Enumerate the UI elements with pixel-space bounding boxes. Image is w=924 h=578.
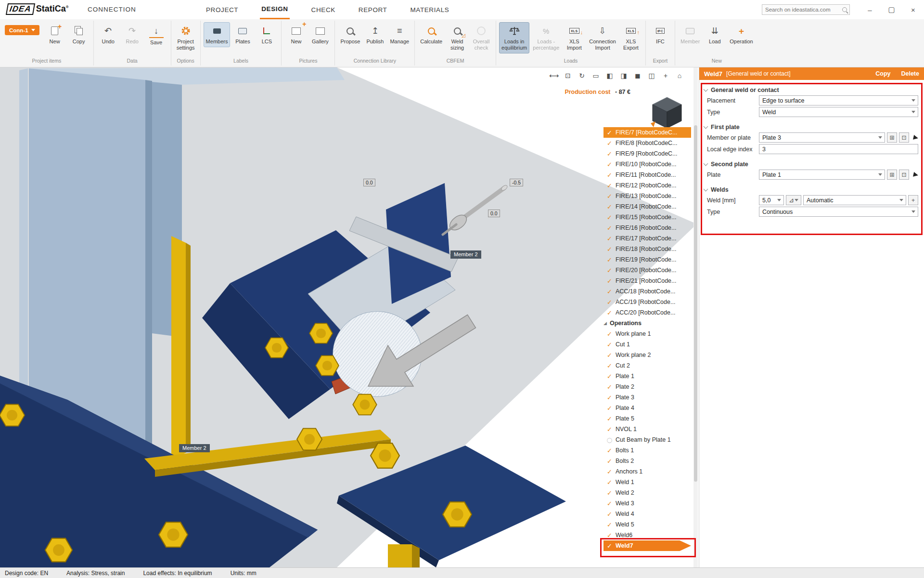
manage-button[interactable]: Manage [387, 22, 411, 47]
load-case-item[interactable]: FIRE/12 [RobotCode... [603, 180, 691, 191]
load-case-item[interactable]: FIRE/11 [RobotCode... [603, 170, 691, 180]
search-input[interactable] [762, 7, 842, 13]
load-case-item[interactable]: FIRE/9 [RobotCodeC... [603, 148, 691, 159]
operation-item[interactable]: Cut Beam by Plate 1 [603, 434, 691, 445]
weld-sizing-button[interactable]: Weld sizing [446, 22, 469, 53]
section-second-plate[interactable]: Second plate [704, 161, 919, 168]
xls-export-button[interactable]: XLS XLS Export [619, 22, 642, 53]
operation-item[interactable]: Work plane 1 [603, 328, 691, 339]
placement-dropdown[interactable]: Edge to surface [759, 95, 918, 105]
operations-header[interactable]: ◢ Operations [603, 318, 691, 328]
new-member-button[interactable]: Member [678, 22, 702, 47]
load-case-item[interactable]: ACC/20 [RobotCode... [603, 307, 691, 318]
operation-item[interactable]: Plate 4 [603, 403, 691, 413]
load-case-item[interactable]: FIRE/19 [RobotCode... [603, 254, 691, 265]
3d-viewport[interactable]: ⟷⊡↻▭◧◨◼◫+⌂ Production cost - 87 € 0.0 -0… [0, 67, 699, 567]
delete-weld-button[interactable]: Delete [901, 70, 919, 77]
operation-item[interactable]: Plate 3 [603, 392, 691, 403]
weld-continuity-dropdown[interactable]: Continuous [759, 207, 918, 217]
new-load-button[interactable]: Load [703, 22, 726, 47]
section-general[interactable]: General weld or contact [704, 87, 919, 93]
transparent-display-icon[interactable]: ◫ [647, 71, 656, 80]
redo-button[interactable]: Redo [121, 22, 144, 47]
rotate-view-icon[interactable]: ↻ [577, 71, 587, 80]
copy-project-item-button[interactable]: Copy [67, 22, 90, 47]
connection-import-button[interactable]: Connection Import [587, 22, 618, 53]
section-welds[interactable]: Welds [704, 186, 919, 193]
pick-on-model-icon[interactable] [913, 135, 919, 141]
overall-check-button[interactable]: Overall check [470, 22, 493, 53]
operation-item[interactable]: Cut 2 [603, 360, 691, 371]
operation-item[interactable]: Weld 5 [603, 519, 691, 530]
new-operation-button[interactable]: Operation [727, 22, 755, 47]
tab-check[interactable]: CHECK [310, 0, 337, 19]
tree-scrollbar[interactable] [693, 67, 698, 567]
tab-design[interactable]: DESIGN [260, 0, 289, 19]
operation-item[interactable]: Bolts 2 [603, 456, 691, 466]
minimize-button[interactable]: – [859, 0, 881, 19]
operation-item[interactable]: Bolts 1 [603, 445, 691, 456]
propose-button[interactable]: Propose [338, 22, 362, 47]
tab-materials[interactable]: MATERIALS [409, 0, 450, 19]
save-button[interactable]: Save [145, 22, 168, 48]
operation-item[interactable]: Plate 2 [603, 381, 691, 392]
members-labels-toggle[interactable]: Members [204, 22, 231, 47]
second-plate-dropdown[interactable]: Plate 1 [759, 170, 885, 180]
load-case-item[interactable]: ACC/18 [RobotCode... [603, 286, 691, 297]
tab-project[interactable]: PROJECT [205, 0, 240, 19]
home-view-icon[interactable]: ⌂ [675, 71, 684, 80]
operation-item[interactable]: Weld 3 [603, 498, 691, 509]
load-case-item[interactable]: FIRE/16 [RobotCode... [603, 223, 691, 233]
gallery-button[interactable]: Gallery [308, 22, 332, 47]
operation-item[interactable]: Weld7 [603, 540, 691, 551]
project-settings-button[interactable]: Project settings [174, 22, 197, 53]
operation-item[interactable]: Cut 1 [603, 339, 691, 350]
new-picture-button[interactable]: New [284, 22, 308, 47]
scrollbar-thumb[interactable] [694, 125, 697, 482]
operation-item[interactable]: Plate 1 [603, 371, 691, 381]
load-case-item[interactable]: ACC/19 [RobotCode... [603, 297, 691, 307]
close-button[interactable]: × [902, 0, 924, 19]
weld-sizing-mode-dropdown[interactable]: Automatic [803, 195, 906, 205]
load-case-item[interactable]: FIRE/13 [RobotCode... [603, 191, 691, 201]
local-edge-index-input[interactable]: 3 [759, 144, 918, 154]
maximize-button[interactable]: ▢ [881, 0, 902, 19]
load-case-item[interactable]: FIRE/15 [RobotCode... [603, 212, 691, 223]
operation-item[interactable]: Weld 2 [603, 487, 691, 498]
calculate-button[interactable]: Calculate [418, 22, 445, 47]
view-left-icon[interactable]: ◧ [605, 71, 615, 80]
copy-to-similar-icon[interactable]: ⊞ [887, 132, 897, 143]
load-case-item[interactable]: FIRE/8 [RobotCodeC... [603, 138, 691, 148]
ifc-export-button[interactable]: IFC IFC [649, 22, 672, 47]
xls-import-button[interactable]: XLS XLS Import [563, 22, 586, 53]
tab-report[interactable]: REPORT [357, 0, 389, 19]
member-or-plate-dropdown[interactable]: Plate 3 [759, 132, 885, 143]
undo-button[interactable]: Undo [97, 22, 120, 47]
operation-item[interactable]: Plate 5 [603, 413, 691, 424]
section-first-plate[interactable]: First plate [704, 124, 919, 131]
axes-cross-icon[interactable]: + [661, 71, 670, 80]
operation-item[interactable]: Weld6 [603, 530, 691, 540]
load-case-item[interactable]: FIRE/7 [RobotCodeC... [603, 127, 691, 138]
solid-display-icon[interactable]: ◼ [633, 71, 642, 80]
copy-to-similar-icon[interactable]: ⊞ [887, 170, 897, 180]
new-project-item-button[interactable]: New [43, 22, 66, 47]
selection-mode-icon[interactable]: ▭ [591, 71, 601, 80]
load-case-item[interactable]: FIRE/10 [RobotCode... [603, 159, 691, 170]
loads-percentage-toggle[interactable]: Loads - percentage [530, 22, 562, 53]
pick-on-model-icon[interactable] [913, 172, 919, 178]
load-case-item[interactable]: FIRE/14 [RobotCode... [603, 201, 691, 212]
dimensions-icon[interactable]: ⟷ [549, 71, 559, 80]
load-case-item[interactable]: FIRE/17 [RobotCode... [603, 233, 691, 244]
publish-button[interactable]: Publish [363, 22, 386, 47]
copy-weld-button[interactable]: Copy [875, 70, 890, 77]
operation-item[interactable]: Anchors 1 [603, 466, 691, 477]
view-right-icon[interactable]: ◨ [619, 71, 629, 80]
weld-symbol-button[interactable]: ⊿ [786, 195, 801, 205]
lcs-toggle[interactable]: LCS [255, 22, 278, 47]
weld-type-dropdown[interactable]: Weld [759, 107, 918, 117]
zoom-extents-icon[interactable]: ⊡ [563, 71, 573, 80]
connection-selector[interactable]: Conn-1 [5, 25, 39, 35]
plates-labels-toggle[interactable]: Plates [231, 22, 254, 47]
load-case-item[interactable]: FIRE/18 [RobotCode... [603, 244, 691, 254]
